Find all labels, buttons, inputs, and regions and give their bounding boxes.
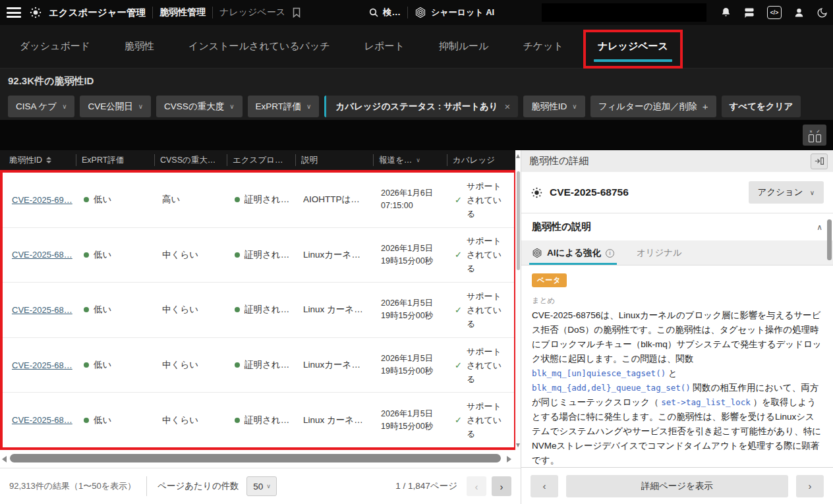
date-line1: 2026年1月5日	[381, 408, 444, 420]
column-header[interactable]: カバレッジ	[447, 154, 517, 166]
table-row[interactable]: CVE-2025-68…低い中くらい証明され…Linux カーネ…2026年1月…	[3, 283, 514, 338]
table-toolbar: × ✓	[0, 120, 833, 150]
tab-item[interactable]: チケット	[523, 40, 563, 53]
nav-knowledge-base[interactable]: ナレッジベース	[219, 7, 285, 18]
description-section-header[interactable]: 脆弱性の説明 ∧	[521, 213, 833, 240]
tab-item[interactable]: レポート	[364, 40, 405, 53]
horizontal-scroll-thumb[interactable]	[10, 454, 501, 462]
deselect-column-glyph: ×	[809, 129, 814, 142]
detail-panel-title: 脆弱性の詳細	[529, 155, 589, 167]
collapse-panel-icon[interactable]	[811, 154, 828, 169]
filter-chip[interactable]: CVE公開日∨	[80, 96, 151, 117]
coverage-cell: ✓サポートされている	[449, 179, 514, 221]
horizontal-scrollbar[interactable]	[0, 450, 521, 468]
tab-knowledge-base-active[interactable]: ナレッジベース	[598, 40, 668, 53]
scroll-right-icon[interactable]	[507, 456, 511, 462]
column-header-label: 脆弱性ID	[9, 155, 42, 166]
add-filter-label: フィルターの追加／削除	[598, 101, 697, 113]
chevron-up-icon[interactable]: ∧	[817, 223, 822, 232]
description-content: ベータ まとめ CVE-2025-68756は、Linuxカーネルのブロック層に…	[521, 266, 833, 467]
actions-button[interactable]: アクション ∨	[749, 181, 824, 204]
vulnerability-table: 脆弱性IDExPRT評価CVSSの重大…エクスプロ…説明報道を…∨カバレッジ C…	[0, 150, 521, 504]
cve-link[interactable]: CVE-2025-68…	[12, 415, 72, 425]
tab-ai-enhanced[interactable]: AIによる強化 i	[532, 247, 614, 265]
clear-all-filters-button[interactable]: すべてをクリア	[722, 96, 801, 117]
exploit-status-value: 証明され…	[244, 304, 289, 316]
tab-original[interactable]: オリジナル	[637, 247, 682, 265]
status-dot-green	[84, 418, 89, 423]
page-tabs: ダッシュボード脆弱性インストールされているパッチレポート抑制ルールチケットナレッ…	[0, 25, 833, 69]
chevron-down-icon[interactable]: ∨	[416, 157, 420, 163]
notifications-bell-icon[interactable]	[720, 7, 732, 18]
column-header[interactable]: 説明	[295, 154, 373, 166]
user-profile-icon[interactable]	[793, 7, 805, 18]
exprt-rating-value: 低い	[94, 249, 111, 261]
column-settings-icon[interactable]: × ✓	[803, 125, 826, 146]
sort-icon[interactable]	[46, 157, 51, 163]
column-header[interactable]: 報道を…∨	[373, 154, 447, 166]
cvss-severity-cell: 中くらい	[157, 304, 229, 316]
divider	[407, 7, 408, 18]
coverage-cell: ✓サポートされている	[449, 399, 514, 441]
cve-link[interactable]: CVE-2025-68…	[12, 305, 72, 315]
column-header[interactable]: 脆弱性ID	[0, 154, 76, 166]
vertical-scrollbar[interactable]	[515, 150, 521, 450]
chevron-down-icon: ∨	[810, 189, 815, 196]
detail-panel-header: 脆弱性の詳細	[521, 150, 833, 172]
cve-link[interactable]: CVE-2025-68…	[12, 250, 72, 260]
column-header[interactable]: ExPRT評価	[76, 154, 154, 166]
table-row[interactable]: CVE-2025-68…低い中くらい証明され…Linuxカーネ…2026年1月5…	[3, 228, 514, 283]
per-page-select[interactable]: 50 ∨	[246, 476, 277, 496]
tab-item[interactable]: 脆弱性	[125, 40, 154, 53]
vertical-scroll-thumb[interactable]	[517, 171, 520, 270]
menu-icon[interactable]	[7, 7, 21, 18]
coverage-value: サポートされている	[467, 234, 503, 275]
api-code-icon[interactable]: </>	[767, 6, 782, 19]
tab-item[interactable]: インストールされているパッチ	[188, 40, 330, 53]
scroll-up-icon[interactable]	[516, 154, 520, 158]
topbar-actions: </>	[720, 0, 828, 25]
next-record-button[interactable]: ›	[796, 475, 824, 497]
filter-chip[interactable]: CVSSの重大度∨	[156, 96, 242, 117]
cve-link[interactable]: CVE-2025-68…	[12, 360, 72, 370]
exprt-rating-value: 低い	[94, 414, 111, 426]
table-header: 脆弱性IDExPRT評価CVSSの重大…エクスプロ…説明報道を…∨カバレッジ	[0, 150, 517, 170]
exprt-rating-cell: 低い	[78, 304, 157, 316]
status-dot-green	[235, 197, 240, 202]
previous-record-button[interactable]: ‹	[531, 475, 558, 497]
add-remove-filter-button[interactable]: フィルターの追加／削除+	[590, 96, 716, 117]
scroll-left-icon[interactable]	[2, 456, 7, 462]
cve-cell: CVE-2025-68…	[3, 305, 78, 315]
filter-chip-vuln-id[interactable]: 脆弱性ID∨	[523, 96, 585, 117]
tab-item[interactable]: 抑制ルール	[439, 40, 489, 53]
view-details-page-button[interactable]: 詳細ページを表示	[566, 475, 788, 497]
dark-mode-moon-icon[interactable]	[817, 7, 828, 18]
bookmark-icon[interactable]	[292, 7, 301, 18]
table-row[interactable]: CVE-2025-68…低い中くらい証明され…Linux カーネ…2026年1月…	[3, 393, 514, 447]
nav-vulnerability-management[interactable]: 脆弱性管理	[159, 7, 206, 18]
cve-cell: CVE-2025-69…	[3, 195, 78, 205]
filter-chip[interactable]: CISA ケブ∨	[8, 96, 74, 117]
charlotte-ai-button[interactable]: シャーロット AI	[415, 7, 494, 18]
detail-scroll-thumb[interactable]	[827, 219, 832, 260]
remove-filter-icon[interactable]: ×	[505, 101, 511, 112]
global-search[interactable]: 検…	[368, 7, 401, 18]
active-filter-chip[interactable]: カバレッジのステータス : サポートあり×	[324, 96, 518, 117]
messages-icon[interactable]	[743, 7, 755, 18]
info-icon[interactable]: i	[606, 249, 614, 258]
scroll-down-icon[interactable]	[516, 443, 520, 447]
tab-item[interactable]: ダッシュボード	[20, 40, 90, 53]
cve-link[interactable]: CVE-2025-69…	[12, 195, 72, 205]
column-header-label: エクスプロ…	[233, 155, 283, 166]
column-header[interactable]: エクスプロ…	[227, 154, 295, 166]
coverage-value: サポートされている	[467, 399, 503, 441]
table-row[interactable]: CVE-2025-68…低い中くらい証明され…Linuxカーネ…2026年1月5…	[3, 338, 514, 393]
coverage-value: サポートされている	[467, 289, 503, 331]
previous-page-button[interactable]: ‹	[467, 476, 486, 496]
table-row[interactable]: CVE-2025-69…低い高い証明され…AIOHTTPは…2026年1月6日0…	[3, 173, 514, 228]
next-page-button[interactable]: ›	[492, 476, 511, 496]
filter-chip[interactable]: ExPRT評価∨	[248, 96, 320, 117]
table-body-annotated: CVE-2025-69…低い高い証明され…AIOHTTPは…2026年1月6日0…	[0, 170, 517, 450]
column-header[interactable]: CVSSの重大…	[154, 154, 227, 166]
published-date-cell: 2026年1月6日07:15:00	[376, 187, 449, 212]
